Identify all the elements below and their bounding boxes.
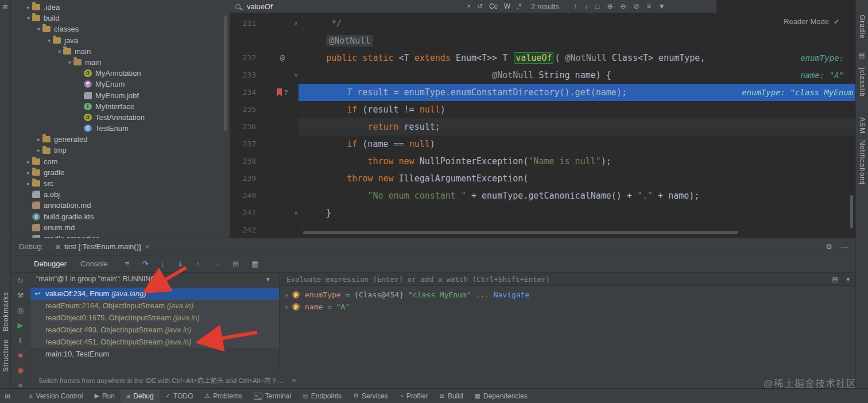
- tool-stripe-asm[interactable]: ASM: [858, 117, 866, 134]
- statusbar-item-todo[interactable]: ✓TODO: [160, 389, 199, 403]
- minimize-panel-icon[interactable]: —: [841, 242, 848, 251]
- expand-chevron-icon[interactable]: ›: [284, 289, 289, 301]
- stop-icon[interactable]: ■: [18, 351, 23, 359]
- remove-selection-icon[interactable]: ⊖: [621, 2, 626, 10]
- tree-item-myinterface[interactable]: IMyInterface: [11, 101, 230, 112]
- tree-item-classes[interactable]: ▾classes: [11, 24, 230, 34]
- chevron-down-icon[interactable]: ▾: [25, 13, 32, 24]
- fold-down-icon[interactable]: ∨: [294, 67, 298, 84]
- tree-item-java[interactable]: ▾java: [11, 35, 230, 46]
- chevron-down-icon[interactable]: ▾: [56, 46, 63, 57]
- tab-debugger[interactable]: Debugger: [34, 259, 67, 268]
- words-toggle[interactable]: W: [504, 2, 510, 10]
- view-breakpoints-icon[interactable]: ◎: [17, 306, 24, 315]
- exclude-selection-icon[interactable]: ⊘: [634, 2, 640, 10]
- filter-search-lines-icon[interactable]: ≡: [647, 2, 651, 10]
- chevron-down-icon[interactable]: ▾: [66, 57, 73, 68]
- breakpoints-icon[interactable]: ◉: [17, 366, 24, 374]
- clear-search-icon[interactable]: ×: [467, 2, 471, 10]
- tree-item-a-obj[interactable]: a.obj: [11, 189, 230, 200]
- evaluate-expression-bar[interactable]: Evaluate expression (Enter) or add a wat…: [280, 273, 855, 286]
- settings-gear-icon[interactable]: ⚙: [826, 242, 832, 251]
- run-to-cursor-icon[interactable]: →: [212, 259, 220, 268]
- statusbar-item-version-control[interactable]: YVersion Control: [23, 389, 88, 403]
- database-icon[interactable]: ▤: [858, 52, 866, 59]
- tree-item-build-gradle-kts[interactable]: gbuild.gradle.kts: [11, 211, 230, 222]
- evaluate-history-chevron-icon[interactable]: ▾: [846, 273, 850, 286]
- statusbar-item-endpoints[interactable]: ◎Endpoints: [297, 389, 347, 403]
- search-filter-funnel-icon[interactable]: ▼: [658, 2, 665, 10]
- debug-session-tab[interactable]: ж test [:TestEnum.main()] ×: [51, 241, 154, 253]
- chevron-right-icon[interactable]: ▸: [35, 134, 42, 145]
- red-bookmark-icon[interactable]: [277, 88, 282, 96]
- tree-item-myenum-jobf[interactable]: MyEnum.jobf: [11, 90, 230, 101]
- prev-occurrence-icon[interactable]: ↑: [574, 2, 577, 10]
- frame-row[interactable]: readObject:493, ObjectInputStream (java.…: [30, 324, 279, 336]
- rerun-debug-icon[interactable]: ↻: [17, 276, 24, 285]
- tree-scrollbar[interactable]: [224, 16, 227, 131]
- build-hammer-icon[interactable]: ⚒: [17, 291, 24, 300]
- tree-item-main[interactable]: ▾main: [11, 57, 230, 68]
- tree-item-myannotation[interactable]: @MyAnnotation: [11, 68, 230, 79]
- regex-toggle[interactable]: .*: [517, 2, 521, 10]
- search-history-icon[interactable]: ↺: [477, 2, 483, 10]
- variable-row[interactable]: ›pname = "A": [280, 301, 855, 313]
- close-tab-icon[interactable]: ×: [145, 242, 150, 251]
- thread-selector[interactable]: "main"@1 in group "main": RUNNING ▼: [30, 273, 279, 286]
- statusbar-item-build[interactable]: ⊞Build: [434, 389, 469, 403]
- frame-row[interactable]: ↩valueOf:234, Enum (java.lang): [30, 288, 279, 300]
- tree-item-tmp[interactable]: ▸tmp: [11, 145, 230, 156]
- reader-mode-indicator[interactable]: Reader Mode ✔: [784, 17, 839, 26]
- select-all-occurrences-icon[interactable]: □: [595, 2, 599, 10]
- annotated-gutter-icon[interactable]: @: [280, 49, 285, 67]
- tool-stripe-structure[interactable]: Structure: [2, 339, 10, 372]
- frames-filter-icon[interactable]: ▼: [265, 273, 271, 286]
- chevron-down-icon[interactable]: ▾: [35, 24, 42, 34]
- statusbar-item-run[interactable]: ▶Run: [88, 389, 120, 403]
- tree-item-testannotation[interactable]: @TestAnnotation: [11, 112, 230, 123]
- statusbar-item-debug[interactable]: жDebug: [121, 389, 160, 403]
- chevron-down-icon[interactable]: ▾: [45, 35, 53, 46]
- chevron-right-icon[interactable]: ▸: [25, 2, 32, 13]
- tree-item-idea[interactable]: ▸.idea: [11, 2, 230, 13]
- frame-row[interactable]: readObject:451, ObjectInputStream (java.…: [30, 336, 279, 348]
- chevron-right-icon[interactable]: ▸: [35, 145, 42, 156]
- view-layout-grid-icon[interactable]: ⊞: [232, 259, 239, 268]
- tool-stripe-jclasslib[interactable]: jclasslib: [858, 68, 866, 97]
- add-selection-icon[interactable]: ⊕: [607, 2, 613, 10]
- tree-item-com[interactable]: ▸com: [11, 156, 230, 167]
- close-hint-icon[interactable]: ×: [292, 376, 296, 385]
- match-case-toggle[interactable]: Cc: [489, 2, 498, 10]
- tree-item-testenum[interactable]: CTestEnum: [11, 123, 230, 134]
- step-into-icon[interactable]: ↓: [161, 259, 165, 268]
- frame-row[interactable]: readEnum:2164, ObjectInputStream (java.i…: [30, 300, 279, 312]
- tab-console[interactable]: Console: [80, 259, 108, 268]
- step-out-icon[interactable]: ↑: [196, 259, 200, 268]
- show-execution-point-icon[interactable]: ≡: [125, 259, 130, 268]
- fold-up-icon[interactable]: ∧: [294, 15, 298, 32]
- restore-layout-icon[interactable]: ▦: [251, 259, 258, 268]
- navigate-link[interactable]: Navigate: [494, 290, 530, 299]
- force-step-into-icon[interactable]: ⇓: [177, 259, 184, 268]
- statusbar-item-problems[interactable]: ⚠Problems: [199, 389, 248, 403]
- statusbar-item-dependencies[interactable]: ▦Dependencies: [469, 389, 533, 403]
- minimize-stripe-icon[interactable]: —: [858, 179, 866, 186]
- step-over-icon[interactable]: ↷: [142, 259, 148, 268]
- variable-row[interactable]: ›penumType = {Class@454} "class MyEnum" …: [280, 289, 855, 301]
- tree-item-myenum[interactable]: EMyEnum: [11, 79, 230, 90]
- tool-window-icon[interactable]: ⊞: [1, 3, 9, 11]
- tree-item-src[interactable]: ▸src: [11, 178, 230, 189]
- tree-item-main[interactable]: ▾main: [11, 46, 230, 57]
- tool-stripe-gradle[interactable]: Gradle: [858, 15, 866, 39]
- chevron-right-icon[interactable]: ▸: [25, 156, 32, 167]
- tool-stripe-bookmarks[interactable]: Bookmarks: [2, 292, 10, 331]
- variables-layout-icon[interactable]: ▤: [832, 273, 838, 286]
- frame-row[interactable]: main:10, TestEnum: [30, 348, 279, 360]
- tool-stripe-notifications[interactable]: Notifications: [858, 140, 866, 185]
- statusbar-item-profiler[interactable]: ◔Profiler: [394, 389, 434, 403]
- resume-icon[interactable]: ▶: [18, 321, 24, 330]
- horizontal-scrollbar[interactable]: [303, 231, 738, 234]
- chevron-right-icon[interactable]: ▸: [25, 178, 32, 189]
- expand-chevron-icon[interactable]: ›: [284, 301, 289, 313]
- chevron-right-icon[interactable]: ▸: [25, 167, 32, 178]
